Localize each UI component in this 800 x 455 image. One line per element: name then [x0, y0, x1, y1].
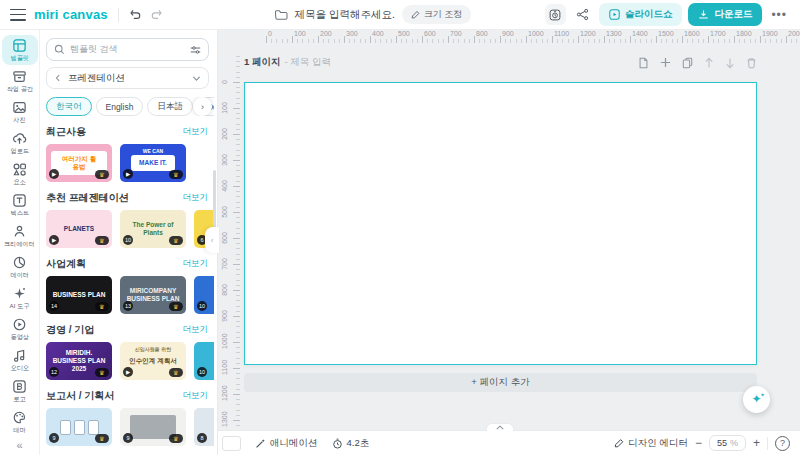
- h-ruler-label: 600: [424, 30, 436, 37]
- sidebar-item-photos[interactable]: 사진: [2, 97, 38, 127]
- sidebar-item-text[interactable]: 텍스트: [2, 190, 38, 220]
- miricanvas-logo[interactable]: miri canvas: [34, 7, 108, 22]
- sidebar-item-ai-tools[interactable]: AI 도구: [2, 283, 38, 313]
- animation-button[interactable]: 애니메이션: [255, 437, 318, 450]
- premium-crown-badge-icon: ♛: [169, 368, 183, 377]
- sidebar-item-theme[interactable]: 테마: [2, 407, 38, 437]
- bottom-toolbar: 애니메이션 4.2초 디자인 에디터 − 55 % + ?: [218, 430, 800, 455]
- section-title: 최근사용: [46, 125, 86, 139]
- language-pill-japanese[interactable]: 日本語: [147, 97, 193, 116]
- page-title-input[interactable]: - 제목 입력: [284, 56, 330, 69]
- elements-icon: [12, 162, 27, 177]
- language-scroll-next-icon[interactable]: ›: [193, 97, 212, 116]
- template-thumbnail[interactable]: 10: [194, 342, 214, 380]
- sidebar-item-data[interactable]: 데이터: [2, 252, 38, 282]
- sidebar-item-video[interactable]: 동영상: [2, 314, 38, 344]
- template-thumbnail[interactable]: PLANETS▶♛: [46, 210, 112, 248]
- h-ruler-label: 1700: [710, 30, 726, 37]
- h-ruler-label: 400: [372, 30, 384, 37]
- topbar-left-group: miri canvas: [0, 7, 200, 22]
- template-section: 최근사용더보기여러가지 활용법▶♛WE CANMAKE IT.▶♛: [46, 125, 214, 182]
- template-thumbnail[interactable]: WE CANMAKE IT.▶♛: [120, 144, 186, 182]
- duplicate-page-icon[interactable]: [682, 57, 693, 69]
- play-badge-icon: ▶: [49, 169, 59, 179]
- logo-b-icon: [12, 379, 27, 394]
- collapse-rail-icon[interactable]: «: [16, 439, 22, 451]
- play-badge-icon: ▶: [123, 367, 133, 377]
- ai-sparkle-icon: [12, 286, 27, 301]
- design-editor-button[interactable]: 디자인 에디터: [614, 437, 688, 450]
- undo-button[interactable]: [129, 8, 142, 21]
- more-options-icon[interactable]: •••: [768, 8, 790, 22]
- section-title: 경영 / 기업: [46, 323, 94, 337]
- language-pill-korean[interactable]: 한국어: [46, 97, 92, 116]
- section-more-link[interactable]: 더보기: [183, 258, 209, 270]
- add-page-icon[interactable]: [660, 57, 671, 68]
- section-more-link[interactable]: 더보기: [183, 126, 209, 138]
- template-search-input[interactable]: 템플릿 검색: [46, 38, 209, 61]
- help-button[interactable]: ?: [775, 436, 790, 451]
- template-thumbnail[interactable]: 9♛: [46, 408, 112, 446]
- template-thumbnail[interactable]: 여러가지 활용법▶♛: [46, 144, 112, 182]
- template-thumbnail[interactable]: The Power of Plants10♛: [120, 210, 186, 248]
- category-dropdown[interactable]: 프레젠테이션: [46, 67, 209, 89]
- document-title-input[interactable]: 제목을 입력해주세요.: [295, 8, 395, 22]
- h-ruler-label: 1300: [606, 30, 622, 37]
- sidebar-item-templates[interactable]: 템플릿: [2, 35, 38, 65]
- template-thumbnail[interactable]: MIRICOMPANY BUSINESS PLAN13♛: [120, 276, 186, 314]
- h-ruler-label: 500: [398, 30, 410, 37]
- move-up-icon[interactable]: [704, 57, 714, 69]
- timer-button[interactable]: [545, 4, 566, 25]
- ai-assistant-button[interactable]: ✦✦: [743, 386, 770, 413]
- template-thumbnail[interactable]: 신입사원을 위한인수인계 계획서▶♛: [120, 342, 186, 380]
- page-thumbnail[interactable]: [222, 436, 241, 451]
- redo-button[interactable]: [150, 8, 163, 21]
- zoom-out-button[interactable]: −: [695, 437, 702, 449]
- panel-collapse-handle[interactable]: ‹: [205, 227, 219, 253]
- sidebar-item-elements[interactable]: 요소: [2, 159, 38, 189]
- palette-icon: [12, 410, 27, 425]
- main-menu-icon[interactable]: [10, 9, 26, 21]
- thumbnail-row: BUSINESS PLAN14♛MIRICOMPANY BUSINESS PLA…: [46, 276, 214, 314]
- top-toolbar: miri canvas 제목을 입력해주세요. 크기 조정 슬라이드쇼 다운로드: [0, 0, 800, 30]
- sparkle-small-icon: ✦: [760, 382, 765, 409]
- thumbnail-title: 인수인계 계획서: [126, 356, 179, 366]
- section-more-link[interactable]: 더보기: [183, 324, 209, 336]
- timeline-expand-tab[interactable]: [486, 423, 514, 431]
- design-page[interactable]: [244, 82, 757, 365]
- zoom-in-button[interactable]: +: [753, 437, 760, 449]
- add-page-button[interactable]: + 페이지 추가: [244, 373, 757, 392]
- template-thumbnail[interactable]: BUSINESS PLAN14♛: [46, 276, 112, 314]
- page-count-badge: 9: [49, 433, 59, 443]
- chevron-left-icon[interactable]: [54, 74, 62, 82]
- new-page-icon[interactable]: [638, 57, 649, 69]
- slideshow-button[interactable]: 슬라이드쇼: [599, 3, 683, 26]
- filter-sliders-icon[interactable]: [190, 45, 201, 55]
- sidebar-item-creator[interactable]: 크리에이터: [2, 221, 38, 251]
- template-thumbnail[interactable]: MIRIDIH. BUSINESS PLAN 202512♛: [46, 342, 112, 380]
- resize-button[interactable]: 크기 조정: [402, 5, 472, 24]
- canvas-workspace[interactable]: 0100200300400500600700800900100011001200…: [218, 30, 800, 430]
- thumbnail-row: 여러가지 활용법▶♛WE CANMAKE IT.▶♛: [46, 144, 214, 182]
- page-count-badge: 14: [49, 301, 59, 311]
- download-button[interactable]: 다운로드: [688, 3, 762, 26]
- section-more-link[interactable]: 더보기: [183, 192, 209, 204]
- template-thumbnail[interactable]: 10: [194, 276, 214, 314]
- sidebar-item-upload[interactable]: 업로드: [2, 128, 38, 158]
- premium-crown-badge-icon: ♛: [95, 302, 109, 311]
- sidebar-item-audio[interactable]: 오디오: [2, 345, 38, 375]
- delete-page-icon[interactable]: [746, 57, 757, 69]
- language-pill-english[interactable]: English: [96, 97, 144, 116]
- sidebar-item-workspace[interactable]: 작업 공간: [2, 66, 38, 96]
- play-badge-icon: ▶: [49, 235, 59, 245]
- v-ruler-label: 300: [221, 153, 233, 167]
- h-ruler-label: 700: [450, 30, 462, 37]
- duration-button[interactable]: 4.2초: [332, 437, 370, 450]
- move-down-icon[interactable]: [725, 57, 735, 69]
- sidebar-item-logo[interactable]: 로고: [2, 376, 38, 406]
- share-button[interactable]: [572, 4, 593, 25]
- template-thumbnail[interactable]: 9♛: [120, 408, 186, 446]
- section-more-link[interactable]: 더보기: [183, 390, 209, 402]
- template-thumbnail[interactable]: 8: [194, 408, 214, 446]
- zoom-level-box[interactable]: 55 %: [709, 435, 746, 451]
